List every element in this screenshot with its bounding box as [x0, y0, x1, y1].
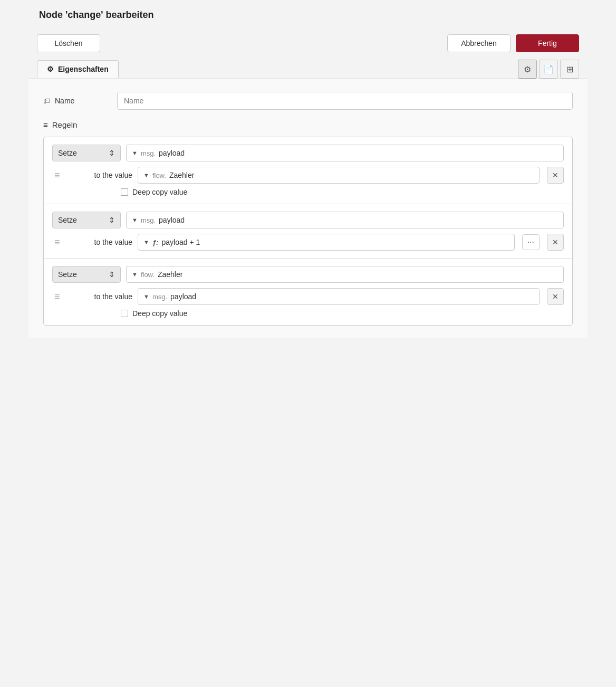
name-label: 🏷 Name	[43, 97, 117, 105]
rules-section-label: ≡ Regeln	[43, 120, 573, 129]
rule-2-more-button[interactable]: ···	[522, 234, 540, 250]
rule-1-deep-copy-row: Deep copy value	[121, 188, 564, 196]
rule-2-action-select[interactable]: Setze ⇕	[52, 212, 121, 228]
dropdown-arrow-icon: ▼	[143, 293, 149, 300]
rule-3-target-field[interactable]: ▼ flow. Zaehler	[126, 266, 564, 283]
chevron-up-down-icon-2: ⇕	[109, 216, 115, 224]
gear-icon: ⚙	[47, 65, 54, 73]
rule-3-deep-copy-checkbox[interactable]	[121, 310, 128, 317]
to-the-value-3: to the value	[69, 292, 132, 301]
dropdown-arrow-icon: ▼	[132, 150, 138, 156]
tab-properties[interactable]: ⚙ Eigenschaften	[37, 60, 119, 78]
rule-3-deep-copy-row: Deep copy value	[121, 309, 564, 318]
drag-handle-2[interactable]: ≡	[52, 237, 64, 248]
chevron-up-down-icon-3: ⇕	[109, 270, 115, 279]
drag-handle-3[interactable]: ≡	[52, 291, 64, 302]
to-the-value-2: to the value	[69, 238, 132, 246]
list-icon: ≡	[43, 120, 48, 129]
to-the-value-1: to the value	[69, 171, 132, 179]
chevron-up-down-icon: ⇕	[109, 149, 115, 157]
rule-block-3: Setze ⇕ ▼ flow. Zaehler ≡ to the value ▼…	[44, 259, 572, 325]
tab-properties-label: Eigenschaften	[58, 65, 109, 73]
js-icon: ƒ:	[152, 238, 159, 246]
rule-1-deep-copy-checkbox[interactable]	[121, 188, 128, 196]
rule-1-deep-copy-label: Deep copy value	[132, 188, 187, 196]
rule-2-close-button[interactable]: ✕	[547, 234, 564, 251]
dialog-title: Node 'change' bearbeiten	[39, 9, 154, 20]
rule-1-action-select[interactable]: Setze ⇕	[52, 145, 121, 161]
rule-3-action-select[interactable]: Setze ⇕	[52, 266, 121, 283]
rule-3-deep-copy-label: Deep copy value	[132, 309, 187, 318]
tab-icon-document[interactable]: 📄	[539, 60, 558, 79]
done-button[interactable]: Fertig	[516, 34, 579, 52]
rule-block-1: Setze ⇕ ▼ msg. payload ≡ to the value ▼ …	[44, 137, 572, 204]
rule-2-target-field[interactable]: ▼ msg. payload	[126, 212, 564, 228]
rule-1-value-field[interactable]: ▼ flow. Zaehler	[138, 167, 540, 184]
dropdown-arrow-icon: ▼	[143, 239, 149, 245]
tag-icon: 🏷	[43, 97, 51, 105]
name-input[interactable]	[117, 92, 573, 110]
name-field-row: 🏷 Name	[43, 92, 573, 110]
rule-3-close-button[interactable]: ✕	[547, 288, 564, 305]
dropdown-arrow-icon: ▼	[143, 172, 149, 178]
tab-bar: ⚙ Eigenschaften ⚙ 📄 ⊞	[28, 60, 588, 79]
delete-button[interactable]: Löschen	[37, 34, 100, 52]
tab-icon-gear[interactable]: ⚙	[518, 60, 537, 79]
rule-2-value-field[interactable]: ▼ ƒ: payload + 1	[138, 234, 515, 251]
rule-1-target-field[interactable]: ▼ msg. payload	[126, 145, 564, 161]
dropdown-arrow-icon: ▼	[132, 217, 138, 223]
drag-handle-1[interactable]: ≡	[52, 170, 64, 181]
rule-3-value-field[interactable]: ▼ msg. payload	[138, 288, 540, 305]
rule-1-close-button[interactable]: ✕	[547, 167, 564, 184]
rules-container: Setze ⇕ ▼ msg. payload ≡ to the value ▼ …	[43, 137, 573, 326]
rule-block-2: Setze ⇕ ▼ msg. payload ≡ to the value ▼ …	[44, 204, 572, 259]
tab-icon-grid[interactable]: ⊞	[560, 60, 579, 79]
dropdown-arrow-icon: ▼	[132, 271, 138, 278]
cancel-button[interactable]: Abbrechen	[447, 34, 511, 52]
